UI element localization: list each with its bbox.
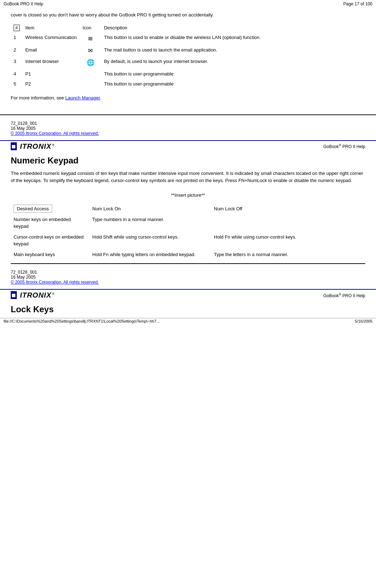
row-item: P2 [23, 79, 80, 89]
bottom-divider-1 [11, 263, 365, 264]
numeric-keypad-heading: Numeric Keypad [0, 152, 376, 168]
col-header-num: # [11, 23, 23, 33]
footer1-line2: 16 May 2005 [11, 126, 365, 131]
hash-symbol: # [14, 25, 20, 31]
table-row: Cursor-control keys on embedded keypad H… [11, 232, 365, 249]
access-table-header-numoff: Num Lock Off [211, 204, 365, 214]
access-cell: Main keyboard keys [11, 249, 89, 260]
email-icon: ✉ [88, 48, 93, 54]
numeric-keypad-body: The embedded numeric keypad consists of … [0, 168, 376, 187]
row-desc: This button is user-programmable [101, 79, 365, 89]
footer2-line1: 72_0128_001 [11, 270, 365, 275]
row-icon [80, 79, 101, 89]
gobook-branding-2: GoBook® PRO II Help [323, 293, 365, 298]
numoff-cell: Type the letters in a normal manner. [211, 249, 365, 260]
desired-access-cell: Desired Access [14, 205, 52, 213]
row-icon: ≋ [80, 33, 101, 45]
top-bar: GoBook PRO II Help Page 17 of 100 [0, 0, 376, 8]
footer1-copyright[interactable]: © 2005 Itronix Corporation. All rights r… [11, 131, 99, 136]
status-bar-date: 5/16/2005 [355, 319, 372, 323]
access-table: Desired Access Num Lock On Num Lock Off … [11, 204, 365, 260]
col-header-item: Item [23, 23, 80, 33]
footer2-line2: 16 May 2005 [11, 275, 365, 280]
table-row: 5 P2 This button is user-programmable [11, 79, 365, 89]
row-desc: This button is user-programmable [101, 69, 365, 79]
table-row: Number keys on embedded keypad Type numb… [11, 214, 365, 232]
table-row: Main keyboard keys Hold Fn while typing … [11, 249, 365, 260]
row-num: 3 [11, 57, 23, 69]
section-divider-1 [0, 114, 376, 115]
table-row: 3 Internet browser 🌐 By default, is used… [11, 57, 365, 69]
app-title: GoBook PRO II Help [4, 1, 43, 6]
row-num: 2 [11, 45, 23, 57]
table-row: 1 Wireless Communication ≋ This button i… [11, 33, 365, 45]
numoff-cell: Hold Fn while using cursor-control keys. [211, 232, 365, 249]
itronix-logo-2: ■ ITRONIX® [11, 291, 55, 299]
wifi-icon: ≋ [88, 35, 93, 42]
feature-table: # Item Icon Description 1 Wireless Commu… [11, 23, 365, 89]
row-num: 1 [11, 33, 23, 45]
access-cell: Number keys on embedded keypad [11, 214, 89, 232]
intro-text: cover is closed so you don't have to wor… [11, 11, 365, 19]
lock-keys-heading: Lock Keys [0, 301, 376, 317]
row-item: Wireless Communication [23, 33, 80, 45]
col-header-desc: Description [101, 23, 365, 33]
row-item: Internet browser [23, 57, 80, 69]
access-table-wrapper: Desired Access Num Lock On Num Lock Off … [0, 204, 376, 260]
access-cell: Cursor-control keys on embedded keypad [11, 232, 89, 249]
launch-manager-link[interactable]: Launch Manager [65, 95, 100, 101]
intro-section: cover is closed so you don't have to wor… [0, 8, 376, 109]
numon-cell: Type numbers in a normal manner. [89, 214, 211, 232]
row-icon: ✉ [80, 45, 101, 57]
row-desc: By default, is used to launch your inter… [101, 57, 365, 69]
page-info: Page 17 of 100 [343, 1, 372, 6]
gobook-branding-1: GoBook® PRO II Help [323, 143, 365, 149]
status-bar: file://C:\Documents%20and%20Settings\bar… [0, 318, 376, 324]
footer2-copyright[interactable]: © 2005 Itronix Corporation. All rights r… [11, 280, 99, 285]
numon-cell: Hold Fn while typing letters on embedded… [89, 249, 211, 260]
browser-icon: 🌐 [87, 59, 94, 66]
access-table-header-desired: Desired Access [11, 204, 89, 214]
more-info-text: For more information, see Launch Manager… [11, 94, 365, 102]
status-bar-path: file://C:\Documents%20and%20Settings\bar… [4, 319, 160, 323]
numon-cell: Hold Shift while using cursor-control ke… [89, 232, 211, 249]
footer-bottom-bar-1: ■ ITRONIX® GoBook® PRO II Help [0, 140, 376, 152]
row-item: P1 [23, 69, 80, 79]
row-num: 5 [11, 79, 23, 89]
row-desc: This button is used to enable or disable… [101, 33, 365, 45]
footer1-line1: 72_0128_001 [11, 121, 365, 126]
table-row: 2 Email ✉ The mail button is used to lau… [11, 45, 365, 57]
footer-bottom-bar-2: ■ ITRONIX® GoBook® PRO II Help [0, 289, 376, 301]
row-desc: The mail button is used to launch the em… [101, 45, 365, 57]
numoff-cell [211, 214, 365, 232]
col-header-icon: Icon [80, 23, 101, 33]
footer-section-1: 72_0128_001 16 May 2005 © 2005 Itronix C… [0, 119, 376, 138]
table-row: 4 P1 This button is user-programmable [11, 69, 365, 79]
access-table-header-numon: Num Lock On [89, 204, 211, 214]
itronix-logo-1: ■ ITRONIX® [11, 142, 55, 151]
insert-picture: **insert picture** [0, 187, 376, 204]
row-item: Email [23, 45, 80, 57]
row-num: 4 [11, 69, 23, 79]
footer-section-2: 72_0128_001 16 May 2005 © 2005 Itronix C… [0, 268, 376, 287]
row-icon: 🌐 [80, 57, 101, 69]
row-icon [80, 69, 101, 79]
